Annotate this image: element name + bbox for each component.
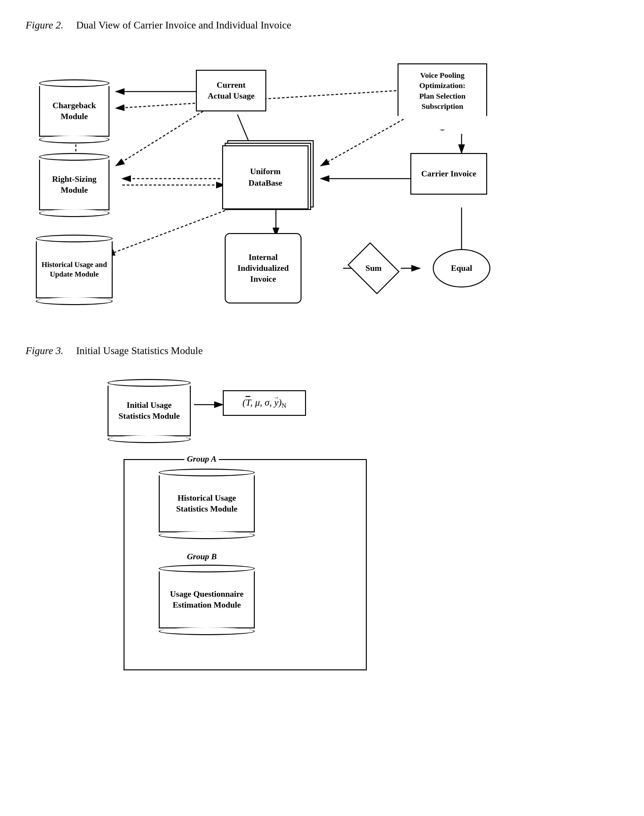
figure3-title: Initial Usage Statistics Module [76, 345, 203, 357]
figure3-label: Figure 3. [26, 345, 63, 357]
voice-pooling: Voice PoolingOptimization:Plan Selection… [397, 63, 487, 130]
current-actual-usage: CurrentActual Usage [196, 70, 266, 111]
group-a-module: Historical UsageStatistics Module [159, 469, 255, 539]
formula-box: (T, μ, σ, y → )N [223, 390, 306, 416]
figure2-arrows [26, 44, 618, 319]
figure3-diagram: Initial UsageStatistics Module (T, μ, σ,… [98, 370, 546, 683]
svg-line-11 [116, 89, 423, 108]
figure2-diagram: ChargebackModule CurrentActual Usage Voi… [26, 44, 618, 319]
chargeback-module: ChargebackModule [39, 80, 109, 143]
figure2-caption: Figure 2. Dual View of Carrier Invoice a… [26, 19, 618, 31]
equal-ellipse: Equal [433, 249, 491, 287]
group-b-module: Usage QuestionnaireEstimation Module [159, 565, 255, 635]
group-a-label: Group A [184, 454, 219, 464]
figure2-title: Dual View of Carrier Invoice and Individ… [76, 19, 291, 31]
carrier-invoice: Carrier Invoice [410, 153, 487, 195]
group-b-label: Group B [184, 552, 219, 561]
initial-usage-module: Initial UsageStatistics Module [107, 379, 191, 443]
historical-usage-module: Historical Usage andUpdate Module [36, 235, 113, 305]
figure3-caption: Figure 3. Initial Usage Statistics Modul… [26, 345, 618, 357]
uniform-database: UniformDataBase [221, 140, 317, 214]
internal-invoice: InternalIndividualizedInvoice [225, 233, 302, 304]
right-sizing-module: Right-SizingModule [39, 153, 109, 217]
svg-line-12 [116, 102, 218, 166]
figure2-label: Figure 2. [26, 19, 63, 31]
